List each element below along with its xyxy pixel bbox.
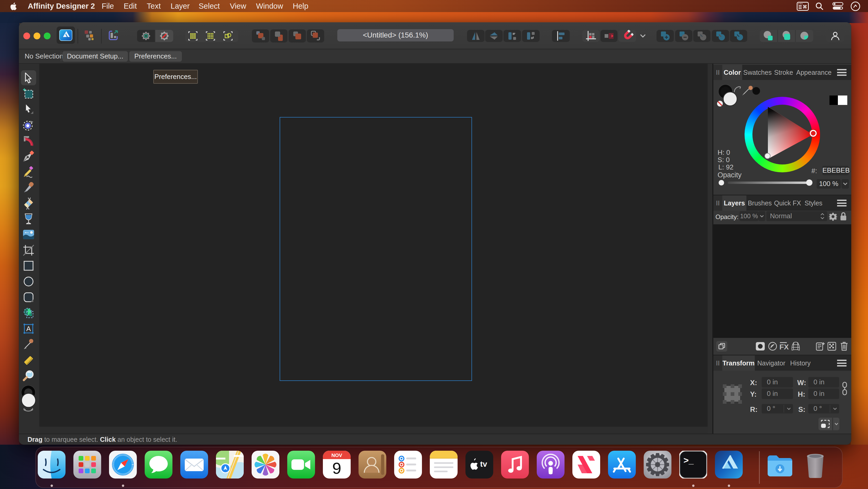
svg-text:>_: >_ <box>683 455 694 465</box>
svg-text:FX: FX <box>779 343 789 351</box>
svg-text:⌘: ⌘ <box>803 4 807 9</box>
svg-text:A: A <box>26 325 31 333</box>
svg-text:NOV: NOV <box>331 453 342 458</box>
svg-text:tv: tv <box>480 460 487 468</box>
svg-text:9: 9 <box>332 459 341 477</box>
